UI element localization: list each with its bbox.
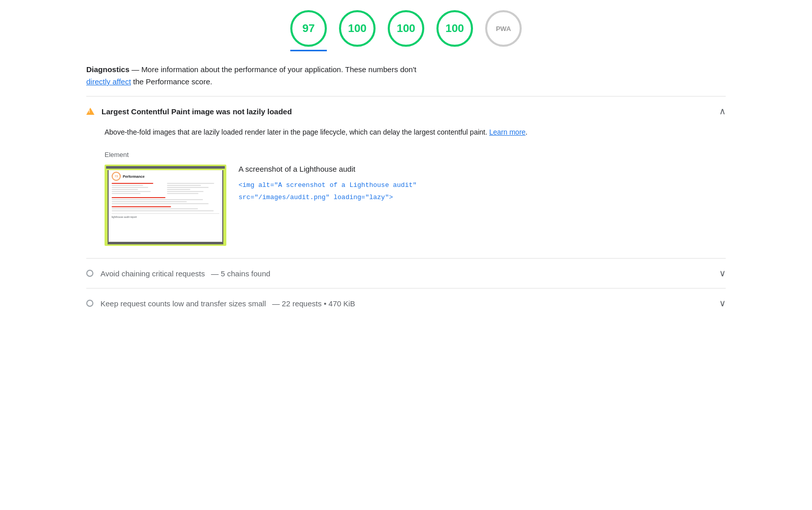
tab-spacer-best-practices — [388, 50, 424, 51]
score-value-pwa: PWA — [496, 25, 511, 33]
score-circle-performance[interactable]: 97 — [290, 10, 327, 47]
score-pwa[interactable]: PWA — [485, 10, 522, 51]
audit-critical-requests: Avoid chaining critical requests — 5 cha… — [86, 258, 726, 288]
diagnostics-description: More information about the performance o… — [141, 65, 416, 74]
audit-request-counts-header[interactable]: Keep request counts low and transfer siz… — [86, 289, 726, 318]
main-content: Diagnostics — More information about the… — [56, 51, 756, 318]
learn-more-link[interactable]: Learn more — [489, 128, 526, 136]
audit-request-counts-title: Keep request counts low and transfer siz… — [100, 299, 711, 308]
tab-underline-performance — [290, 50, 327, 51]
diagnostics-description2: the Performance score. — [133, 77, 212, 86]
tab-spacer-seo — [436, 50, 473, 51]
audit-lcp-header[interactable]: Largest Contentful Paint image was not l… — [86, 97, 726, 126]
score-best-practices[interactable]: 100 — [388, 10, 424, 51]
neutral-icon-critical — [86, 270, 93, 277]
audit-critical-title: Avoid chaining critical requests — 5 cha… — [100, 269, 711, 278]
score-circle-pwa[interactable]: PWA — [485, 10, 522, 47]
chevron-down-icon-requests[interactable]: ∨ — [719, 298, 726, 309]
score-value-best-practices: 100 — [397, 22, 416, 35]
element-label: Element — [105, 151, 726, 158]
audit-lcp-description: Above-the-fold images that are lazily lo… — [105, 126, 726, 139]
element-alt-text: A screenshot of a Lighthouse audit — [239, 165, 726, 173]
element-info: A screenshot of a Lighthouse audit <img … — [239, 165, 726, 203]
chevron-up-icon[interactable]: ∧ — [719, 106, 726, 117]
diagnostics-header: Diagnostics — More information about the… — [86, 51, 726, 96]
diagnostics-link[interactable]: directly affect — [86, 77, 131, 86]
audit-critical-requests-header[interactable]: Avoid chaining critical requests — 5 cha… — [86, 259, 726, 288]
score-circle-best-practices[interactable]: 100 — [388, 10, 424, 47]
score-circle-accessibility[interactable]: 100 — [339, 10, 376, 47]
audit-lcp-title: Largest Contentful Paint image was not l… — [101, 107, 711, 116]
element-row: 73 Performance — [105, 165, 726, 246]
audit-request-counts: Keep request counts low and transfer siz… — [86, 288, 726, 318]
neutral-icon-requests — [86, 300, 93, 307]
score-circle-seo[interactable]: 100 — [436, 10, 473, 47]
warning-icon — [86, 108, 94, 115]
score-performance[interactable]: 97 — [290, 10, 327, 51]
score-accessibility[interactable]: 100 — [339, 10, 376, 51]
chevron-down-icon-critical[interactable]: ∨ — [719, 268, 726, 279]
score-seo[interactable]: 100 — [436, 10, 473, 51]
element-code: <img alt="A screenshot of a Lighthouse a… — [239, 179, 726, 203]
score-value-seo: 100 — [446, 22, 464, 35]
diagnostics-label: Diagnostics — [86, 65, 129, 74]
tab-spacer-pwa — [485, 50, 522, 51]
diagnostics-dash: — — [131, 65, 141, 74]
tab-spacer-accessibility — [339, 50, 376, 51]
audit-lcp-lazy-loaded: Largest Contentful Paint image was not l… — [86, 96, 726, 258]
audit-lcp-body: Above-the-fold images that are lazily lo… — [86, 126, 726, 258]
score-value-performance: 97 — [302, 22, 315, 35]
score-value-accessibility: 100 — [348, 22, 367, 35]
element-thumbnail: 73 Performance — [105, 165, 226, 246]
score-header: 97 100 100 100 PWA — [0, 0, 812, 51]
